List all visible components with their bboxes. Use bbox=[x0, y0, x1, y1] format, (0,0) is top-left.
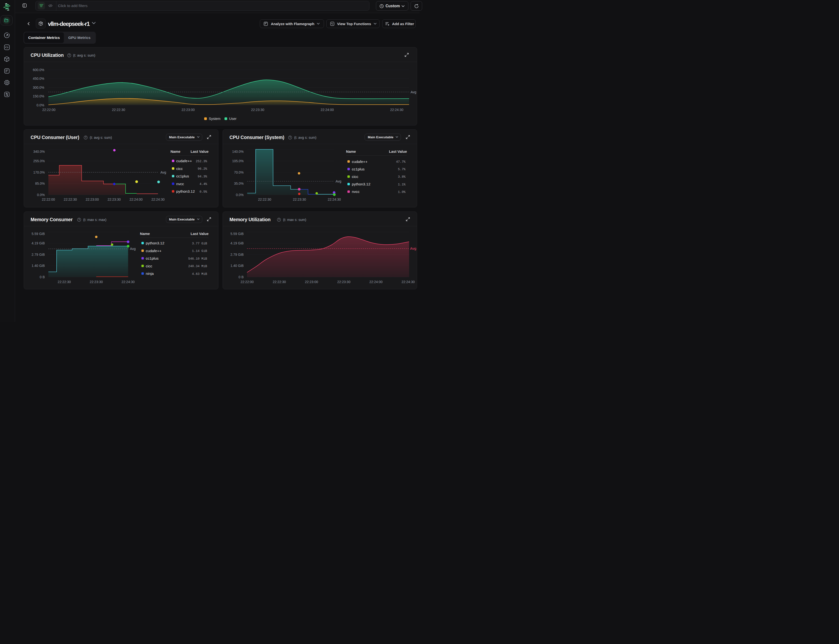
svg-text:5.59 GiB: 5.59 GiB bbox=[231, 232, 244, 236]
svg-text:0 B: 0 B bbox=[239, 275, 244, 279]
svg-text:70.0%: 70.0% bbox=[234, 171, 244, 174]
svg-text:1.1%: 1.1% bbox=[398, 183, 405, 186]
svg-text:Name: Name bbox=[171, 150, 180, 153]
svg-text:Name: Name bbox=[346, 150, 356, 153]
svg-text:0.0%: 0.0% bbox=[236, 193, 244, 197]
svg-text:22:24:30: 22:24:30 bbox=[152, 197, 165, 201]
svg-text:22:24:00: 22:24:00 bbox=[369, 280, 383, 284]
svg-text:0 B: 0 B bbox=[40, 275, 45, 279]
svg-text:Avg: Avg bbox=[130, 247, 136, 251]
svg-text:22:24:30: 22:24:30 bbox=[122, 280, 135, 284]
svg-text:cc1plus: cc1plus bbox=[176, 174, 189, 178]
svg-text:22:24:00: 22:24:00 bbox=[129, 197, 143, 201]
svg-text:150.0%: 150.0% bbox=[33, 94, 44, 98]
svg-text:252.3%: 252.3% bbox=[196, 159, 207, 163]
svg-text:22:23:00: 22:23:00 bbox=[86, 197, 99, 201]
svg-text:22:23:30: 22:23:30 bbox=[108, 197, 121, 201]
svg-text:240.34 MiB: 240.34 MiB bbox=[188, 264, 207, 268]
svg-text:140.0%: 140.0% bbox=[232, 150, 244, 153]
svg-text:22:23:30: 22:23:30 bbox=[337, 280, 351, 284]
svg-text:22:24:30: 22:24:30 bbox=[390, 108, 404, 112]
svg-text:22:24:30: 22:24:30 bbox=[328, 197, 341, 201]
svg-text:cc1plus: cc1plus bbox=[352, 167, 364, 171]
svg-text:0.5%: 0.5% bbox=[199, 190, 207, 194]
svg-text:22:23:30: 22:23:30 bbox=[90, 280, 103, 284]
svg-text:22:22:00: 22:22:00 bbox=[241, 280, 254, 284]
svg-text:22:24:30: 22:24:30 bbox=[402, 280, 415, 284]
svg-text:22:22:30: 22:22:30 bbox=[273, 280, 286, 284]
svg-text:1.40 GiB: 1.40 GiB bbox=[231, 264, 244, 268]
svg-text:2.79 GiB: 2.79 GiB bbox=[32, 253, 45, 256]
svg-text:python3.12: python3.12 bbox=[352, 182, 370, 186]
svg-text:546.10 MiB: 546.10 MiB bbox=[188, 257, 207, 261]
svg-text:35.0%: 35.0% bbox=[234, 182, 244, 186]
svg-text:22:23:00: 22:23:00 bbox=[181, 108, 195, 112]
svg-text:22:24:00: 22:24:00 bbox=[321, 108, 334, 112]
svg-text:3.8%: 3.8% bbox=[398, 175, 405, 179]
svg-text:cudafe++: cudafe++ bbox=[146, 249, 162, 253]
svg-text:cudafe++: cudafe++ bbox=[352, 159, 368, 164]
svg-text:cicc: cicc bbox=[352, 174, 358, 179]
svg-text:python3.12: python3.12 bbox=[176, 189, 195, 194]
svg-text:nvcc: nvcc bbox=[176, 182, 184, 186]
svg-text:0.0%: 0.0% bbox=[37, 193, 45, 197]
svg-text:22:22:30: 22:22:30 bbox=[258, 197, 272, 201]
svg-text:5.59 GiB: 5.59 GiB bbox=[32, 232, 45, 236]
svg-text:170.0%: 170.0% bbox=[33, 171, 45, 174]
svg-text:4.4%: 4.4% bbox=[199, 182, 207, 186]
svg-text:340.0%: 340.0% bbox=[33, 150, 45, 153]
svg-text:4.19 GiB: 4.19 GiB bbox=[32, 241, 45, 245]
svg-text:cc1plus: cc1plus bbox=[146, 256, 159, 260]
svg-text:1.0%: 1.0% bbox=[398, 190, 405, 194]
svg-text:cudafe++: cudafe++ bbox=[176, 159, 192, 163]
svg-text:Last Value: Last Value bbox=[191, 232, 209, 236]
svg-text:cicc: cicc bbox=[146, 264, 152, 268]
svg-text:4.63 MiB: 4.63 MiB bbox=[192, 272, 207, 276]
svg-text:3.77 GiB: 3.77 GiB bbox=[192, 242, 207, 245]
svg-text:450.0%: 450.0% bbox=[33, 77, 44, 80]
svg-text:Last Value: Last Value bbox=[389, 150, 407, 153]
svg-text:Avg: Avg bbox=[410, 246, 416, 250]
svg-text:22:23:00: 22:23:00 bbox=[305, 280, 318, 284]
svg-text:105.0%: 105.0% bbox=[232, 159, 244, 163]
svg-text:User: User bbox=[229, 117, 237, 121]
svg-text:600.0%: 600.0% bbox=[33, 68, 44, 72]
svg-text:22:22:00: 22:22:00 bbox=[42, 108, 56, 112]
svg-text:85.0%: 85.0% bbox=[35, 182, 45, 186]
svg-text:python3.12: python3.12 bbox=[146, 241, 165, 245]
svg-text:Avg: Avg bbox=[410, 90, 416, 94]
svg-text:System: System bbox=[209, 117, 220, 121]
svg-text:1.40 GiB: 1.40 GiB bbox=[32, 264, 45, 268]
svg-text:1.14 GiB: 1.14 GiB bbox=[192, 249, 207, 253]
svg-text:22:22:30: 22:22:30 bbox=[112, 108, 125, 112]
svg-text:0.0%: 0.0% bbox=[36, 103, 44, 107]
svg-text:22:22:30: 22:22:30 bbox=[58, 280, 71, 284]
svg-text:Avg: Avg bbox=[336, 179, 341, 183]
svg-text:Last Value: Last Value bbox=[191, 150, 209, 153]
svg-text:22:22:00: 22:22:00 bbox=[42, 197, 55, 201]
svg-text:5.7%: 5.7% bbox=[398, 168, 405, 171]
svg-text:255.0%: 255.0% bbox=[33, 159, 45, 163]
svg-text:300.0%: 300.0% bbox=[33, 85, 44, 89]
svg-text:47.7%: 47.7% bbox=[396, 160, 405, 164]
svg-text:4.19 GiB: 4.19 GiB bbox=[231, 241, 244, 245]
svg-text:22:23:30: 22:23:30 bbox=[251, 108, 264, 112]
svg-text:94.3%: 94.3% bbox=[198, 175, 207, 178]
svg-text:nvcc: nvcc bbox=[352, 189, 359, 194]
svg-text:2.79 GiB: 2.79 GiB bbox=[231, 253, 244, 256]
svg-text:96.2%: 96.2% bbox=[198, 167, 207, 171]
svg-text:22:23:30: 22:23:30 bbox=[293, 197, 306, 201]
svg-text:Avg: Avg bbox=[160, 171, 166, 174]
svg-text:Name: Name bbox=[140, 232, 150, 236]
svg-text:cicc: cicc bbox=[176, 167, 183, 171]
svg-text:22:22:30: 22:22:30 bbox=[64, 197, 77, 201]
svg-text:ninja: ninja bbox=[146, 271, 154, 276]
